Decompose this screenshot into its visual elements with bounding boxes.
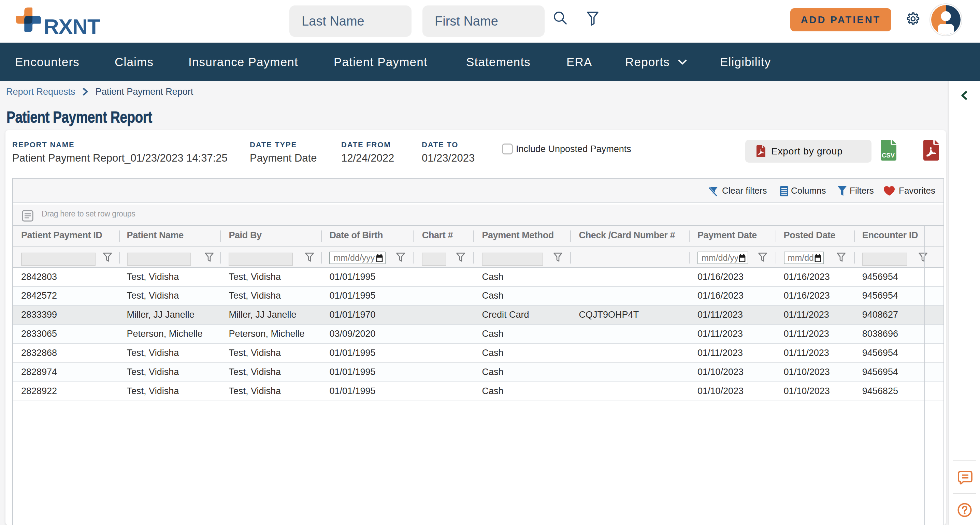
- svg-text:CSV: CSV: [882, 152, 895, 159]
